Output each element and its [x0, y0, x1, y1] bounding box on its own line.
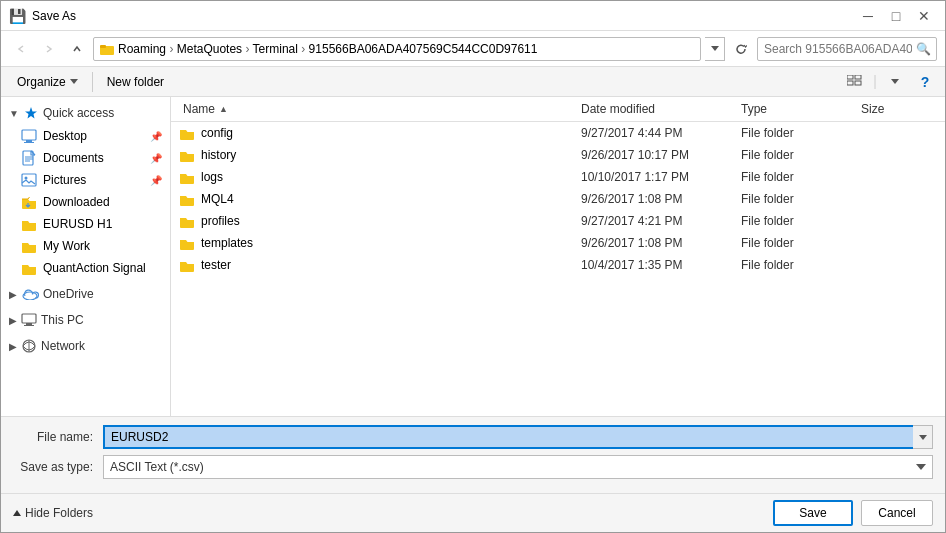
file-name-4: profiles: [179, 214, 577, 228]
svg-rect-10: [24, 142, 34, 143]
svg-marker-7: [25, 107, 37, 119]
up-button[interactable]: [65, 37, 89, 61]
eurusd-folder-icon: [21, 216, 37, 232]
network-label: Network: [41, 339, 85, 353]
table-row[interactable]: history 9/26/2017 10:17 PM File folder: [171, 144, 945, 166]
sidebar-item-downloaded[interactable]: Downloaded: [1, 191, 170, 213]
file-name-dropdown[interactable]: [913, 425, 933, 449]
column-header-size[interactable]: Size: [857, 99, 937, 119]
eurusd-label: EURUSD H1: [43, 217, 162, 231]
table-row[interactable]: tester 10/4/2017 1:35 PM File folder: [171, 254, 945, 276]
type-5: File folder: [737, 236, 857, 250]
up-icon: [72, 44, 82, 54]
table-row[interactable]: profiles 9/27/2017 4:21 PM File folder: [171, 210, 945, 232]
search-input[interactable]: [757, 37, 937, 61]
sort-arrow: ▲: [219, 104, 228, 114]
pictures-label: Pictures: [43, 173, 142, 187]
sidebar-item-quantaction[interactable]: QuantAction Signal: [1, 257, 170, 279]
sidebar-item-desktop[interactable]: Desktop 📌: [1, 125, 170, 147]
svg-rect-1: [100, 45, 106, 48]
file-name-1: history: [179, 148, 577, 162]
title-bar: 💾 Save As ─ □ ✕: [1, 1, 945, 31]
svg-rect-19: [26, 323, 32, 325]
save-button[interactable]: Save: [773, 500, 853, 526]
date-modified-0: 9/27/2017 4:44 PM: [577, 126, 737, 140]
organize-button[interactable]: Organize: [9, 70, 86, 94]
chevron-icon: ▶: [9, 315, 17, 326]
hide-folders-toggle[interactable]: Hide Folders: [13, 506, 101, 520]
cloud-icon: [21, 288, 39, 300]
title-bar-controls: ─ □ ✕: [855, 6, 937, 26]
cancel-button[interactable]: Cancel: [861, 500, 933, 526]
bottom-form: File name: Save as type: ASCII Text (*.c…: [1, 416, 945, 493]
table-row[interactable]: logs 10/10/2017 1:17 PM File folder: [171, 166, 945, 188]
close-button[interactable]: ✕: [911, 6, 937, 26]
date-modified-4: 9/27/2017 4:21 PM: [577, 214, 737, 228]
downloaded-folder-icon: [21, 194, 37, 210]
type-2: File folder: [737, 170, 857, 184]
table-row[interactable]: config 9/27/2017 4:44 PM File folder: [171, 122, 945, 144]
save-as-dialog: 💾 Save As ─ □ ✕ Roaming › MetaQuotes ›: [0, 0, 946, 533]
network-item[interactable]: ▶ Network: [1, 335, 170, 357]
maximize-button[interactable]: □: [883, 6, 909, 26]
file-name-label: File name:: [13, 430, 103, 444]
table-row[interactable]: templates 9/26/2017 1:08 PM File folder: [171, 232, 945, 254]
address-dropdown-button[interactable]: [705, 37, 725, 61]
svg-rect-3: [855, 75, 861, 79]
forward-button[interactable]: [37, 37, 61, 61]
address-path[interactable]: Roaming › MetaQuotes › Terminal › 915566…: [93, 37, 701, 61]
mywork-label: My Work: [43, 239, 162, 253]
sidebar-item-documents[interactable]: Documents 📌: [1, 147, 170, 169]
file-name-row: File name:: [13, 425, 933, 449]
file-name-5: templates: [179, 236, 577, 250]
new-folder-button[interactable]: New folder: [99, 70, 172, 94]
view-dropdown-button[interactable]: [881, 70, 909, 94]
quantaction-folder-icon: [21, 260, 37, 276]
computer-icon: [21, 313, 37, 327]
minimize-button[interactable]: ─: [855, 6, 881, 26]
toolbar-separator: [92, 72, 93, 92]
onedrive-label: OneDrive: [43, 287, 94, 301]
sidebar-item-mywork[interactable]: My Work: [1, 235, 170, 257]
chevron-icon: ▼: [9, 108, 19, 119]
star-icon: [23, 105, 39, 121]
file-name-input[interactable]: [103, 425, 933, 449]
search-wrap: 🔍: [757, 37, 937, 61]
back-button[interactable]: [9, 37, 33, 61]
svg-rect-9: [26, 140, 32, 142]
type-6: File folder: [737, 258, 857, 272]
sidebar-item-pictures[interactable]: Pictures 📌: [1, 169, 170, 191]
breadcrumb: Roaming › MetaQuotes › Terminal › 915566…: [118, 42, 537, 56]
column-header-type[interactable]: Type: [737, 99, 857, 119]
column-header-name[interactable]: Name ▲: [179, 99, 577, 119]
toolbar-right: ?: [841, 70, 937, 94]
quick-access-header[interactable]: ▼ Quick access: [1, 101, 170, 125]
onedrive-item[interactable]: ▶ OneDrive: [1, 283, 170, 305]
file-name-6: tester: [179, 258, 577, 272]
thispc-item[interactable]: ▶ This PC: [1, 309, 170, 331]
thispc-label: This PC: [41, 313, 84, 327]
save-as-type-select[interactable]: ASCII Text (*.csv): [103, 455, 933, 479]
refresh-icon: [735, 43, 747, 55]
quick-access-label: Quick access: [43, 106, 114, 120]
file-name-input-wrap: [103, 425, 933, 449]
date-modified-5: 9/26/2017 1:08 PM: [577, 236, 737, 250]
sidebar-item-eurusd[interactable]: EURUSD H1: [1, 213, 170, 235]
svg-rect-8: [22, 130, 36, 140]
refresh-button[interactable]: [729, 37, 753, 61]
help-button[interactable]: ?: [913, 70, 937, 94]
svg-rect-15: [22, 174, 36, 186]
view-toggle-button[interactable]: [841, 70, 869, 94]
documents-icon: [21, 150, 37, 166]
downloaded-label: Downloaded: [43, 195, 162, 209]
table-row[interactable]: MQL4 9/26/2017 1:08 PM File folder: [171, 188, 945, 210]
network-icon: [21, 339, 37, 353]
folder-icon: [179, 214, 195, 228]
column-header-date[interactable]: Date modified: [577, 99, 737, 119]
folder-icon: [100, 43, 114, 55]
quick-access-section: ▼ Quick access Desktop 📌: [1, 101, 170, 279]
file-name-3: MQL4: [179, 192, 577, 206]
documents-label: Documents: [43, 151, 142, 165]
sidebar: ▼ Quick access Desktop 📌: [1, 97, 171, 416]
quantaction-label: QuantAction Signal: [43, 261, 162, 275]
